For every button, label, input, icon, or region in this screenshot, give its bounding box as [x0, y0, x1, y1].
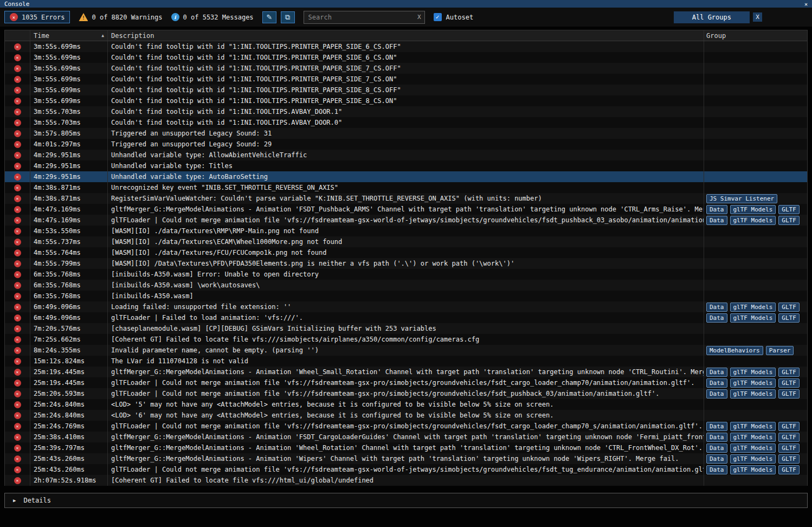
group-badge[interactable]: Data — [706, 216, 727, 225]
table-row[interactable]: ✕4m:01s.297msTriggered an unsupported Le… — [5, 139, 807, 150]
group-badge[interactable]: Data — [706, 454, 727, 464]
clear-groups-button[interactable]: X — [753, 12, 762, 22]
group-badge[interactable]: GLTF — [778, 313, 800, 323]
group-badge[interactable]: Data — [706, 433, 727, 442]
clear-search-icon[interactable]: X — [417, 14, 421, 21]
group-badge[interactable]: JS Simvar Listener — [706, 194, 777, 203]
table-row[interactable]: ✕25m:24s.840ms<LOD> '6' may not have any… — [5, 410, 807, 421]
warnings-filter-button[interactable]: ! 0 of 8820 Warnings — [79, 13, 162, 21]
group-badge[interactable]: Data — [706, 303, 727, 312]
table-row[interactable]: ✕8m:24s.355msInvalid parameter name, can… — [5, 345, 807, 356]
table-row[interactable]: ✕3m:55s.699msCouldn't find tooltip with … — [5, 63, 807, 74]
table-row[interactable]: ✕4m:47s.169msgltfMerger_G::MergeModelAni… — [5, 204, 807, 215]
table-row[interactable]: ✕2h:07m:52s.918ms[Coherent GT] Failed to… — [5, 475, 807, 486]
table-row[interactable]: ✕3m:55s.703msCouldn't find tooltip with … — [5, 117, 807, 128]
group-badge[interactable]: glTF Models — [730, 205, 776, 214]
messages-filter-button[interactable]: i 0 of 5532 Messages — [171, 13, 254, 21]
table-row[interactable]: ✕25m:19s.445msglTFLoader | Could not mer… — [5, 377, 807, 388]
table-row[interactable]: ✕4m:38s.871msUnrecognized key event "INI… — [5, 182, 807, 193]
group-badge[interactable]: Data — [706, 205, 727, 214]
table-row[interactable]: ✕4m:55s.764ms[WASM][IO] ./data/Textures/… — [5, 247, 807, 258]
table-row[interactable]: ✕4m:55s.799ms[WASM][IO] /Data\Textures\P… — [5, 258, 807, 269]
details-panel-toggle[interactable]: ▶ Details — [4, 493, 808, 508]
table-row[interactable]: ✕4m:29s.951msUnhandled variable type: Au… — [5, 171, 807, 182]
table-row[interactable]: ✕25m:43s.260msglTFLoader | Could not mer… — [5, 464, 807, 475]
header-time-column[interactable]: Time ▲ — [30, 30, 108, 41]
autoset-checkbox[interactable]: ✓ — [434, 13, 442, 21]
group-badge[interactable]: Data — [706, 368, 727, 377]
table-row[interactable]: ✕4m:29s.951msUnhandled variable type: Ti… — [5, 160, 807, 171]
group-badge[interactable]: glTF Models — [730, 422, 776, 431]
group-badge[interactable]: GLTF — [778, 205, 800, 214]
close-icon[interactable]: ✕ — [804, 1, 808, 7]
table-row[interactable]: ✕6m:49s.096msglTFLoader | Failed to load… — [5, 312, 807, 323]
table-row[interactable]: ✕6m:49s.096msLoading failed: unsupported… — [5, 301, 807, 312]
table-row[interactable]: ✕4m:38s.871msRegisterSimVarValueWatcher:… — [5, 193, 807, 204]
autoset-label: Autoset — [446, 14, 474, 21]
table-row[interactable]: ✕4m:55s.737ms[WASM][IO] ./data/Textures\… — [5, 236, 807, 247]
table-row[interactable]: ✕25m:43s.260msgltfMerger_G::MergeModelAn… — [5, 453, 807, 464]
table-row[interactable]: ✕3m:57s.805msTriggered an unsupported Le… — [5, 128, 807, 139]
autoset-toggle[interactable]: ✓ Autoset — [434, 13, 474, 21]
group-badge[interactable]: Data — [706, 378, 727, 388]
table-row[interactable]: ✕6m:35s.768ms[inibuilds-A350.wasm] Error… — [5, 269, 807, 280]
header-group-column[interactable]: Group — [704, 30, 807, 41]
group-badge[interactable]: glTF Models — [730, 303, 776, 312]
group-badge[interactable]: GLTF — [778, 303, 800, 312]
group-badge[interactable]: GLTF — [778, 216, 800, 225]
edit-button[interactable]: ✎ — [262, 11, 276, 23]
group-badge[interactable]: glTF Models — [730, 389, 776, 399]
table-row[interactable]: ✕3m:55s.699msCouldn't find tooltip with … — [5, 85, 807, 95]
sort-ascending-icon[interactable]: ▲ — [101, 33, 104, 38]
group-badge[interactable]: glTF Models — [730, 313, 776, 323]
group-badge[interactable]: glTF Models — [730, 433, 776, 442]
error-icon: ✕ — [10, 13, 18, 21]
errors-filter-button[interactable]: ✕ 1035 Errors — [4, 11, 70, 23]
table-row[interactable]: ✕25m:24s.840ms<LOD> '5' may not have any… — [5, 399, 807, 410]
group-badge[interactable]: Data — [706, 465, 727, 474]
group-badge[interactable]: glTF Models — [730, 368, 776, 377]
group-badge[interactable]: GLTF — [778, 389, 800, 399]
group-badge[interactable]: GLTF — [778, 454, 800, 464]
row-time: 25m:39s.797ms — [30, 442, 108, 453]
table-row[interactable]: ✕6m:35s.768ms[inibuilds-A350.wasm] \work… — [5, 280, 807, 291]
group-badge[interactable]: GLTF — [778, 444, 800, 453]
group-badge[interactable]: Data — [706, 313, 727, 323]
all-groups-dropdown[interactable]: All Groups — [674, 11, 750, 23]
table-row[interactable]: ✕3m:55s.699msCouldn't find tooltip with … — [5, 52, 807, 63]
table-row[interactable]: ✕4m:47s.169msglTFLoader | Could not merg… — [5, 215, 807, 226]
table-row[interactable]: ✕15m:12s.824msThe LVar id 1110704128 is … — [5, 356, 807, 367]
table-row[interactable]: ✕25m:19s.445msgltfMerger_G::MergeModelAn… — [5, 367, 807, 377]
group-badge[interactable]: GLTF — [778, 465, 800, 474]
group-badge[interactable]: GLTF — [778, 368, 800, 377]
header-description-column[interactable]: Description — [108, 30, 704, 41]
table-row[interactable]: ✕25m:39s.797msgltfMerger_G::MergeModelAn… — [5, 442, 807, 453]
copy-button[interactable]: ⧉ — [281, 11, 295, 23]
group-badge[interactable]: glTF Models — [730, 444, 776, 453]
group-badge[interactable]: Data — [706, 422, 727, 431]
group-badge[interactable]: Parser — [766, 346, 794, 355]
group-badge[interactable]: GLTF — [778, 378, 800, 388]
table-row[interactable]: ✕7m:25s.662ms[Coherent GT] Failed to loc… — [5, 334, 807, 345]
group-badge[interactable]: glTF Models — [730, 216, 776, 225]
table-row[interactable]: ✕3m:55s.699msCouldn't find tooltip with … — [5, 41, 807, 52]
search-input[interactable] — [307, 13, 415, 22]
group-badge[interactable]: Data — [706, 389, 727, 399]
group-badge[interactable]: glTF Models — [730, 454, 776, 464]
table-row[interactable]: ✕25m:20s.593msglTFLoader | Could not mer… — [5, 388, 807, 399]
table-row[interactable]: ✕25m:38s.410msgltfMerger_G::MergeModelAn… — [5, 432, 807, 442]
table-row[interactable]: ✕3m:55s.699msCouldn't find tooltip with … — [5, 74, 807, 85]
group-badge[interactable]: GLTF — [778, 422, 800, 431]
group-badge[interactable]: GLTF — [778, 433, 800, 442]
table-row[interactable]: ✕3m:55s.699msCouldn't find tooltip with … — [5, 95, 807, 106]
group-badge[interactable]: Data — [706, 444, 727, 453]
group-badge[interactable]: glTF Models — [730, 378, 776, 388]
table-row[interactable]: ✕4m:29s.951msUnhandled variable type: Al… — [5, 150, 807, 160]
table-row[interactable]: ✕4m:53s.550ms[WASM][IO] ./data/Textures\… — [5, 226, 807, 236]
group-badge[interactable]: ModelBehaviors — [706, 346, 763, 355]
table-row[interactable]: ✕7m:20s.576ms[chaseplanemodule.wasm] [CP… — [5, 323, 807, 334]
table-row[interactable]: ✕6m:35s.768ms[inibuilds-A350.wasm] — [5, 291, 807, 301]
table-row[interactable]: ✕25m:24s.769msglTFLoader | Could not mer… — [5, 421, 807, 432]
group-badge[interactable]: glTF Models — [730, 465, 776, 474]
table-row[interactable]: ✕3m:55s.703msCouldn't find tooltip with … — [5, 106, 807, 117]
